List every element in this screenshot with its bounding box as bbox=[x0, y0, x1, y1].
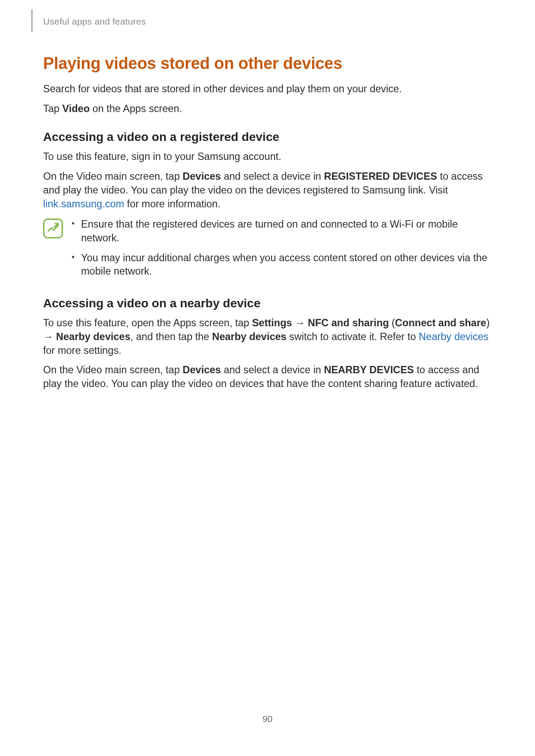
section2-p1: To use this feature, open the Apps scree… bbox=[43, 316, 492, 357]
arrow-icon: → bbox=[43, 331, 56, 342]
section1-p1: To use this feature, sign in to your Sam… bbox=[43, 150, 492, 164]
section2-p2: On the Video main screen, tap Devices an… bbox=[43, 363, 492, 390]
section-heading-nearby: Accessing a video on a nearby device bbox=[43, 297, 492, 310]
section-heading-registered: Accessing a video on a registered device bbox=[43, 130, 492, 144]
nearby-devices-link[interactable]: Nearby devices bbox=[419, 331, 488, 342]
arrow-icon: → bbox=[292, 317, 308, 328]
settings-bold: Settings bbox=[252, 317, 292, 328]
header-vertical-rule bbox=[31, 9, 33, 32]
nearby-devices-caps-bold: NEARBY DEVICES bbox=[324, 364, 414, 375]
registered-devices-bold: REGISTERED DEVICES bbox=[324, 171, 437, 182]
note-icon bbox=[43, 219, 63, 238]
text: on the Apps screen. bbox=[90, 103, 182, 114]
text: Tap bbox=[43, 103, 62, 114]
text: and select a device in bbox=[221, 171, 324, 182]
nearby-devices-bold: Nearby devices bbox=[56, 331, 130, 342]
text: To use this feature, open the Apps scree… bbox=[43, 317, 252, 328]
page-body: Useful apps and features Playing videos … bbox=[0, 0, 535, 391]
intro-paragraph-2: Tap Video on the Apps screen. bbox=[43, 102, 492, 116]
link-samsung-link[interactable]: link.samsung.com bbox=[43, 198, 124, 209]
breadcrumb: Useful apps and features bbox=[43, 16, 492, 27]
section1-p2: On the Video main screen, tap Devices an… bbox=[43, 170, 492, 211]
text: On the Video main screen, tap bbox=[43, 171, 183, 182]
devices-bold-2: Devices bbox=[183, 364, 221, 375]
page-number: 90 bbox=[0, 714, 535, 724]
text: , and then tap the bbox=[130, 331, 212, 342]
nearby-devices-bold-2: Nearby devices bbox=[212, 331, 286, 342]
text: and select a device in bbox=[221, 364, 324, 375]
devices-bold: Devices bbox=[183, 171, 221, 182]
nfc-sharing-bold: NFC and sharing bbox=[308, 317, 389, 328]
video-bold: Video bbox=[62, 103, 90, 114]
text: for more settings. bbox=[43, 345, 122, 356]
text: switch to activate it. Refer to bbox=[286, 331, 419, 342]
note-item-1: Ensure that the registered devices are t… bbox=[72, 218, 492, 245]
note-item-2: You may incur additional charges when yo… bbox=[72, 251, 492, 278]
connect-share-bold: Connect and share bbox=[395, 317, 486, 328]
text: On the Video main screen, tap bbox=[43, 364, 183, 375]
text: ) bbox=[486, 317, 490, 328]
intro-paragraph-1: Search for videos that are stored in oth… bbox=[43, 82, 492, 96]
note-block: Ensure that the registered devices are t… bbox=[43, 218, 492, 284]
text: ( bbox=[389, 317, 395, 328]
note-list: Ensure that the registered devices are t… bbox=[72, 218, 492, 284]
page-title: Playing videos stored on other devices bbox=[43, 54, 492, 73]
text: for more information. bbox=[124, 198, 220, 209]
